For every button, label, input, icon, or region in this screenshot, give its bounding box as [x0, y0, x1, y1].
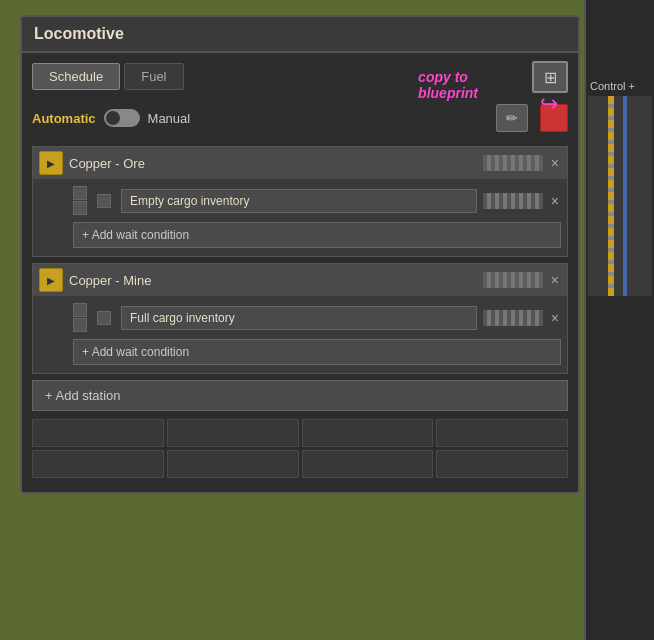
mode-row: Automatic Manual ✏ [32, 100, 568, 136]
right-panel-label: Control + [586, 0, 654, 94]
station-name-1: Copper - Mine [69, 273, 477, 288]
station-row-1: ▶ Copper - Mine × [33, 264, 567, 296]
station-section-1: ▶ Copper - Mine × Full cargo inventory × [32, 263, 568, 374]
condition-pattern-0-0 [483, 193, 543, 209]
locomotive-window: Locomotive Schedule Fuel copy to bluepri… [20, 15, 580, 494]
pencil-icon: ✏ [506, 110, 518, 126]
station-close-1[interactable]: × [549, 272, 561, 288]
condition-close-0-0[interactable]: × [549, 193, 561, 209]
drag-sq-3 [97, 194, 111, 208]
tab-fuel[interactable]: Fuel [124, 63, 183, 90]
blueprint-icon: ⊞ [544, 68, 557, 87]
add-station-button[interactable]: + Add station [32, 380, 568, 411]
blueprint-button[interactable]: ⊞ [532, 61, 568, 93]
window-title: Locomotive [34, 25, 124, 43]
station-close-0[interactable]: × [549, 155, 561, 171]
bottom-slot-6 [167, 450, 299, 478]
bottom-slot-2 [167, 419, 299, 447]
add-station-row: + Add station [32, 380, 568, 411]
pencil-button[interactable]: ✏ [496, 104, 528, 132]
tabs-row: Schedule Fuel copy to blueprint ↪ ⊞ [32, 63, 568, 90]
auto-label: Automatic [32, 111, 96, 126]
manual-label: Manual [148, 111, 191, 126]
right-panel: Control + [584, 0, 654, 640]
condition-name-0-0[interactable]: Empty cargo inventory [121, 189, 477, 213]
add-condition-button-1[interactable]: + Add wait condition [73, 339, 561, 365]
play-button-1[interactable]: ▶ [39, 268, 63, 292]
bottom-slot-4 [436, 419, 568, 447]
bottom-slot-5 [32, 450, 164, 478]
toggle-knob [106, 111, 120, 125]
drag-sq-6 [97, 311, 111, 325]
play-button-0[interactable]: ▶ [39, 151, 63, 175]
condition-row-1-0: Full cargo inventory × [33, 300, 567, 335]
title-bar: Locomotive [22, 17, 578, 53]
conditions-area-1: Full cargo inventory × + Add wait condit… [33, 296, 567, 373]
bottom-area [32, 415, 568, 482]
window-content: Schedule Fuel copy to blueprint ↪ ⊞ Auto… [22, 53, 578, 492]
station-name-0: Copper - Ore [69, 156, 477, 171]
add-condition-button-0[interactable]: + Add wait condition [73, 222, 561, 248]
station-section-0: ▶ Copper - Ore × Empty cargo inventory × [32, 146, 568, 257]
condition-row-0-0: Empty cargo inventory × [33, 183, 567, 218]
tab-schedule[interactable]: Schedule [32, 63, 120, 90]
copy-annotation-text: copy to blueprint [418, 69, 478, 101]
rail-graphic-blue [623, 96, 627, 296]
drag-sq-5 [73, 318, 87, 332]
auto-manual-toggle[interactable] [104, 109, 140, 127]
color-button[interactable] [540, 104, 568, 132]
drag-sq-1 [73, 186, 87, 200]
rail-display [588, 96, 652, 296]
rail-graphic-yellow [608, 96, 614, 296]
bottom-slot-3 [302, 419, 434, 447]
drag-sq-2 [73, 201, 87, 215]
bottom-slot-1 [32, 419, 164, 447]
conditions-area-0: Empty cargo inventory × + Add wait condi… [33, 179, 567, 256]
station-pattern-0 [483, 155, 543, 171]
add-condition-row-0: + Add wait condition [33, 218, 567, 252]
condition-name-1-0[interactable]: Full cargo inventory [121, 306, 477, 330]
station-pattern-1 [483, 272, 543, 288]
bottom-slot-8 [436, 450, 568, 478]
drag-sq-4 [73, 303, 87, 317]
add-condition-row-1: + Add wait condition [33, 335, 567, 369]
bottom-slot-7 [302, 450, 434, 478]
drag-handle-0-0 [73, 186, 87, 215]
condition-close-1-0[interactable]: × [549, 310, 561, 326]
condition-pattern-1-0 [483, 310, 543, 326]
station-row-0: ▶ Copper - Ore × [33, 147, 567, 179]
drag-handle-1-0 [73, 303, 87, 332]
